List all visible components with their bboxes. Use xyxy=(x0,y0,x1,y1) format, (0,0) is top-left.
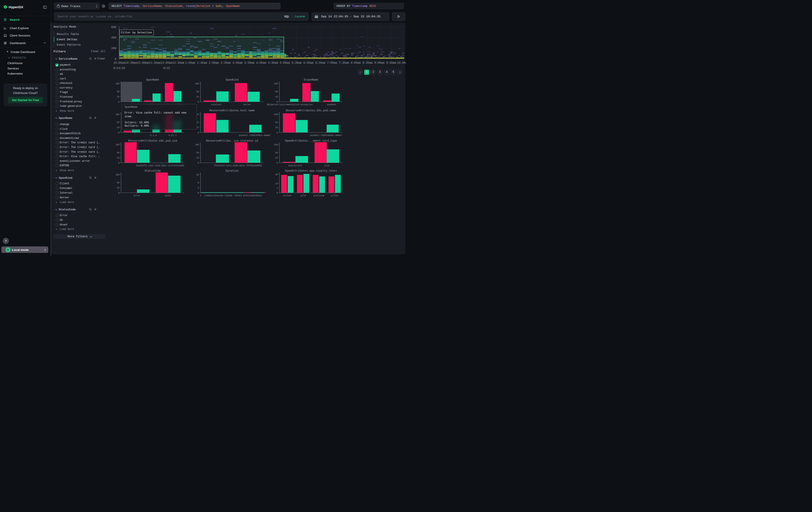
svg-text:Server: Server xyxy=(243,104,251,106)
svg-text:50: 50 xyxy=(117,121,119,124)
svg-text:bronze: bronze xyxy=(283,194,291,197)
svg-text:Internal: Internal xyxy=(211,104,222,106)
svg-text:SpanAttributes.app.loyalty.lev: SpanAttributes.app.loyalty.level xyxy=(285,169,337,172)
svg-text:1:30am: 1:30am xyxy=(197,61,207,64)
svg-text:0: 0 xyxy=(198,132,199,134)
svg-text:0: 0 xyxy=(118,132,119,134)
svg-text:100: 100 xyxy=(195,143,199,146)
svg-text:100: 100 xyxy=(115,143,119,146)
svg-text:759483: 759483 xyxy=(234,194,242,197)
svg-text:99930810: 99930810 xyxy=(251,194,262,197)
svg-text:9/15: 9/15 xyxy=(163,67,170,70)
svg-text:9:00am: 9:00am xyxy=(374,61,384,64)
svg-text:400: 400 xyxy=(111,36,116,39)
svg-text:0: 0 xyxy=(198,192,199,194)
svg-text:50: 50 xyxy=(117,182,119,184)
svg-text:200: 200 xyxy=(111,47,116,50)
svg-text:Error: Error xyxy=(134,194,140,197)
svg-text:8:30am: 8:30am xyxy=(362,61,372,64)
svg-text:3:00am: 3:00am xyxy=(232,61,242,64)
svg-text:12:00am: 12:00am xyxy=(161,61,173,64)
svg-text:0: 0 xyxy=(277,132,278,134)
svg-text:@hyperdx/instrumentation-excep: @hyperdx/instrumentation-exception xyxy=(267,104,313,106)
svg-text:0: 0 xyxy=(198,162,199,164)
svg-text:1198813: 1198813 xyxy=(204,194,213,197)
svg-text:payment: payment xyxy=(327,104,337,106)
svg-text:10:30pm: 10:30pm xyxy=(125,61,137,64)
svg-text:25: 25 xyxy=(196,96,199,98)
svg-text:12:30am: 12:30am xyxy=(173,61,184,64)
svg-text:100: 100 xyxy=(115,113,119,116)
svg-text:visa: visa xyxy=(324,164,329,167)
svg-text:0: 0 xyxy=(198,101,199,103)
svg-text:0: 0 xyxy=(277,192,278,194)
svg-text:0.51.1: 0.51.1 xyxy=(169,134,177,137)
svg-text:ScopeName: ScopeName xyxy=(304,78,318,81)
svg-text:100: 100 xyxy=(195,83,199,85)
svg-text:25: 25 xyxy=(275,127,278,129)
svg-text:2:00am: 2:00am xyxy=(209,61,219,64)
svg-text:0: 0 xyxy=(118,162,119,164)
svg-text:25: 25 xyxy=(117,187,119,189)
svg-text:0: 0 xyxy=(277,162,278,164)
svg-text:11:00pm: 11:00pm xyxy=(137,61,149,64)
svg-text:1:00am: 1:00am xyxy=(185,61,195,64)
svg-text:100: 100 xyxy=(115,173,119,176)
svg-text:0.1.0: 0.1.0 xyxy=(150,134,157,137)
svg-text:0: 0 xyxy=(115,57,116,61)
svg-text:7: 7 xyxy=(277,187,278,190)
svg-text:25: 25 xyxy=(117,127,119,129)
svg-text:11:30pm: 11:30pm xyxy=(149,61,161,64)
svg-text:4: 4 xyxy=(198,187,199,189)
svg-text:silver: silver xyxy=(330,194,339,197)
svg-text:SpanName: SpanName xyxy=(146,78,159,81)
svg-text:6:30am: 6:30am xyxy=(315,61,325,64)
svg-text:10:00pm: 10:00pm xyxy=(113,61,125,64)
svg-text:9:30am: 9:30am xyxy=(386,61,396,64)
svg-text:3:30am: 3:30am xyxy=(244,61,254,64)
svg-text:0: 0 xyxy=(277,101,278,103)
svg-text:8:00am: 8:00am xyxy=(351,61,360,64)
svg-text:payment-7985c8969c-mwmw7: payment-7985c8969c-mwmw7 xyxy=(239,134,271,137)
svg-text:gold: gold xyxy=(300,194,306,197)
svg-text:25: 25 xyxy=(117,96,119,98)
svg-text:50: 50 xyxy=(117,152,119,154)
svg-text:0: 0 xyxy=(200,194,201,197)
svg-text:ResourceAttributes.k8s.pod.uid: ResourceAttributes.k8s.pod.uid xyxy=(128,139,177,142)
svg-text:50: 50 xyxy=(196,152,199,154)
svg-text:14: 14 xyxy=(275,183,278,185)
svg-text:822013: 822013 xyxy=(243,194,251,197)
svg-text:ResourceAttributes.host.name: ResourceAttributes.host.name xyxy=(209,109,255,112)
svg-text:50: 50 xyxy=(117,90,119,93)
svg-text:payment-7985c8969c-mwmw7: payment-7985c8969c-mwmw7 xyxy=(310,134,342,137)
svg-text:7:30am: 7:30am xyxy=(339,61,349,64)
svg-text:f5344ec9-a1ea-4290-a62a-78f5be: f5344ec9-a1ea-4290-a62a-78f5bee8d90b xyxy=(214,164,262,167)
svg-text:SpanKind: SpanKind xyxy=(226,78,239,81)
svg-text:0: 0 xyxy=(118,101,119,103)
svg-text:25: 25 xyxy=(117,157,119,159)
svg-text:platinum: platinum xyxy=(314,194,324,197)
svg-text:9/14/25: 9/14/25 xyxy=(113,67,125,70)
svg-text:5e02b5fb-13ae-4296-bbbc-111f42: 5e02b5fb-13ae-4296-bbbc-111f423c460d xyxy=(136,164,184,167)
svg-text:SpanAttributes...yment.card_ty: SpanAttributes...yment.card_type xyxy=(285,139,337,142)
svg-text:0: 0 xyxy=(118,192,119,194)
svg-text:100: 100 xyxy=(274,83,278,85)
svg-text:5:30am: 5:30am xyxy=(291,61,301,64)
svg-text:50: 50 xyxy=(275,152,278,154)
svg-text:5:00am: 5:00am xyxy=(280,61,290,64)
svg-text:2944180: 2944180 xyxy=(214,194,223,197)
svg-text:50: 50 xyxy=(196,90,199,93)
svg-text:600: 600 xyxy=(111,26,116,29)
svg-text:100: 100 xyxy=(115,83,119,85)
svg-text:6:00am: 6:00am xyxy=(303,61,314,64)
svg-text:25: 25 xyxy=(196,157,199,159)
svg-text:4:30am: 4:30am xyxy=(268,61,278,64)
svg-text:ResourceAttribu..ice.instance.: ResourceAttribu..ice.instance.id xyxy=(206,139,258,142)
svg-text:7:00am: 7:00am xyxy=(327,61,337,64)
svg-text:100: 100 xyxy=(274,113,278,116)
svg-text:100: 100 xyxy=(274,143,278,146)
svg-text:Unset: Unset xyxy=(165,194,171,197)
svg-text:50: 50 xyxy=(275,121,278,124)
svg-text:10:00am: 10:00am xyxy=(397,61,406,64)
svg-text:mastercard: mastercard xyxy=(289,164,302,167)
